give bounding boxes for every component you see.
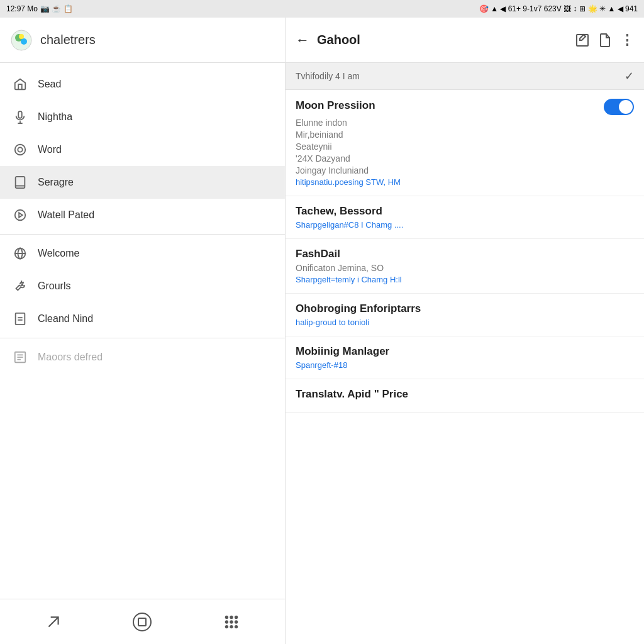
content-list: Moon Pressiion p Elunne indon Mir,beinia… bbox=[286, 90, 644, 644]
item-title: Mobiinig Manlager bbox=[296, 345, 634, 358]
sidebar-item-seragre[interactable]: Seragre bbox=[0, 166, 285, 199]
sidebar-item-label: Cleand Nind bbox=[38, 313, 93, 325]
panel-actions: ⋮ bbox=[575, 32, 634, 48]
svg-point-31 bbox=[230, 625, 232, 627]
list-item[interactable]: Moon Pressiion p Elunne indon Mir,beinia… bbox=[286, 90, 644, 196]
svg-point-24 bbox=[226, 616, 228, 618]
file-icon bbox=[13, 311, 28, 326]
home-icon bbox=[13, 77, 28, 92]
svg-point-3 bbox=[19, 34, 24, 39]
item-title: Tachew, Bessord bbox=[296, 205, 634, 218]
app-logo bbox=[10, 29, 33, 52]
svg-point-27 bbox=[226, 621, 228, 623]
list-item[interactable]: FashDail Onificaton Jemina, SO Sharpgelt… bbox=[286, 239, 644, 294]
play-icon bbox=[13, 208, 28, 223]
right-panel: ← Gahool ⋮ Tvhifod bbox=[286, 18, 644, 644]
edit-icon[interactable] bbox=[575, 33, 590, 48]
svg-rect-4 bbox=[18, 111, 22, 118]
app-title: chaletrers bbox=[40, 33, 96, 47]
arrow-button[interactable] bbox=[40, 609, 67, 635]
svg-point-26 bbox=[235, 616, 237, 618]
svg-point-25 bbox=[230, 616, 232, 618]
sidebar-item-label: Maoors defred bbox=[38, 352, 103, 363]
svg-rect-23 bbox=[138, 618, 146, 626]
sidebar-item-label: Grourls bbox=[38, 280, 70, 292]
dashboard-button[interactable] bbox=[127, 607, 157, 637]
status-icons: 📷 ☕ 📋 bbox=[40, 4, 73, 13]
more-icon[interactable]: ⋮ bbox=[620, 32, 634, 48]
date-text: Tvhifodily 4 I am bbox=[296, 71, 360, 81]
sidebar-item-nightha[interactable]: Nightha bbox=[0, 101, 285, 133]
svg-point-29 bbox=[235, 621, 237, 623]
mic-icon bbox=[13, 109, 28, 125]
list-item[interactable]: Mobiinig Manlager Spanrgeft-#18 bbox=[286, 336, 644, 379]
sidebar-header: chaletrers bbox=[0, 18, 285, 63]
svg-point-7 bbox=[15, 145, 26, 155]
item-subtitle: Onificaton Jemina, SO bbox=[296, 263, 634, 273]
item-link[interactable]: Spanrgeft-#18 bbox=[296, 360, 634, 370]
grid-button[interactable] bbox=[218, 609, 245, 635]
item-subtitle: Elunne indon bbox=[296, 118, 634, 128]
sidebar-item-label: Nightha bbox=[38, 111, 72, 123]
sidebar-item-label: Welcome bbox=[38, 248, 79, 259]
svg-marker-12 bbox=[19, 213, 23, 217]
file-icon[interactable] bbox=[597, 33, 613, 48]
status-time: 12:97 Mo bbox=[6, 4, 38, 13]
svg-point-28 bbox=[230, 621, 232, 623]
panel-title: Gahool bbox=[317, 33, 567, 47]
panel-header: ← Gahool ⋮ bbox=[286, 18, 644, 63]
item-title: Ohobroging Enforiptarrs bbox=[296, 303, 634, 315]
sidebar-item-cleand-nind[interactable]: Cleand Nind bbox=[0, 303, 285, 335]
toggle-switch[interactable]: p bbox=[604, 99, 634, 115]
status-battery: 🌟 ✳ ▲ ◀ 941 bbox=[588, 4, 638, 13]
item-link[interactable]: halip-groud to tonioli bbox=[296, 318, 634, 327]
svg-rect-14 bbox=[16, 313, 25, 325]
sidebar-bottom bbox=[0, 599, 285, 644]
status-right: 🎯 ▲ ◀ 61+ 9-1v7 623V 🖼 ↕ ⊞ 🌟 ✳ ▲ ◀ 941 bbox=[479, 4, 638, 13]
tablet-icon bbox=[13, 175, 28, 190]
back-button[interactable]: ← bbox=[296, 32, 309, 48]
sidebar-item-label: Seragre bbox=[38, 177, 74, 188]
sidebar-item-maoors-defred: Maoors defred bbox=[0, 341, 285, 374]
svg-point-30 bbox=[226, 625, 228, 627]
sidebar-nav: Sead Nightha bbox=[0, 63, 285, 599]
sidebar: chaletrers Sead bbox=[0, 18, 286, 644]
date-bar: Tvhifodily 4 I am ✓ bbox=[286, 63, 644, 90]
status-bar: 12:97 Mo 📷 ☕ 📋 🎯 ▲ ◀ 61+ 9-1v7 623V 🖼 ↕ … bbox=[0, 0, 644, 18]
sidebar-item-grourls[interactable]: Grourls bbox=[0, 270, 285, 303]
doc-icon bbox=[13, 350, 28, 365]
svg-point-8 bbox=[18, 147, 22, 152]
item-title: Moon Pressiion bbox=[296, 99, 375, 112]
svg-line-21 bbox=[49, 617, 58, 626]
item-link[interactable]: hitipsnatiu.poesing STW, HM bbox=[296, 177, 634, 187]
status-network: 🎯 ▲ ◀ 61+ 9-1v7 623V 🖼 ↕ ⊞ bbox=[479, 4, 586, 13]
sidebar-item-sead[interactable]: Sead bbox=[0, 68, 285, 101]
list-item[interactable]: Ohobroging Enforiptarrs halip-groud to t… bbox=[286, 294, 644, 336]
sidebar-item-label: Watell Pated bbox=[38, 209, 94, 221]
nav-divider-1 bbox=[0, 234, 285, 235]
sidebar-item-word[interactable]: Word bbox=[0, 133, 285, 166]
item-title: FashDail bbox=[296, 248, 634, 260]
sidebar-item-welcome[interactable]: Welcome bbox=[0, 237, 285, 270]
sidebar-item-label: Word bbox=[38, 144, 62, 155]
item-subtitle: Joingay Incluniand bbox=[296, 165, 634, 175]
globe-icon bbox=[13, 246, 28, 261]
item-title: Translatv. Apid " Price bbox=[296, 388, 634, 401]
circle-icon bbox=[13, 142, 28, 157]
main-layout: chaletrers Sead bbox=[0, 18, 644, 644]
list-item[interactable]: Translatv. Apid " Price bbox=[286, 379, 644, 413]
svg-point-22 bbox=[133, 613, 151, 631]
item-subtitle: Seateynii bbox=[296, 142, 634, 152]
sidebar-item-watell-pated[interactable]: Watell Pated bbox=[0, 199, 285, 231]
item-subtitle: '24X Dazyand bbox=[296, 153, 634, 164]
svg-point-11 bbox=[15, 210, 26, 221]
item-link[interactable]: Sharpgeligan#C8 I Chamg .... bbox=[296, 220, 634, 230]
svg-point-2 bbox=[21, 38, 27, 45]
nav-divider-2 bbox=[0, 338, 285, 338]
check-icon[interactable]: ✓ bbox=[625, 69, 634, 83]
tool-icon bbox=[13, 279, 28, 294]
sidebar-item-label: Sead bbox=[38, 79, 61, 90]
item-link[interactable]: Sharpgelt=temly i Chamg H:ll bbox=[296, 275, 634, 284]
toggle-knob bbox=[619, 100, 633, 114]
list-item[interactable]: Tachew, Bessord Sharpgeligan#C8 I Chamg … bbox=[286, 196, 644, 239]
